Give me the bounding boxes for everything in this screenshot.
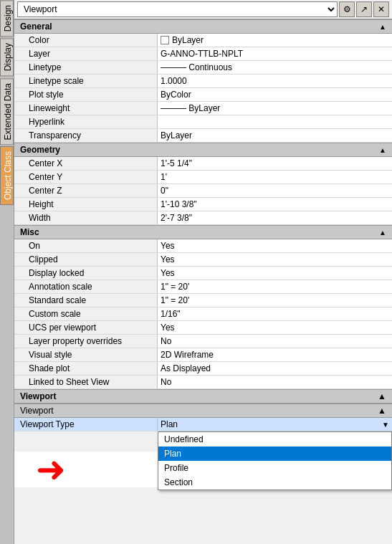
viewport-type-dropdown[interactable]: Undefined Plan Profile Section (158, 431, 392, 490)
properties-container: General ▲ Color ByLayer Layer G-ANNO-TTL… (14, 19, 392, 544)
linetype-label: Linetype (14, 61, 158, 74)
dropdown-item-profile[interactable]: Profile (158, 461, 391, 475)
viewport-type-dropdown-arrow[interactable]: ▼ (382, 421, 389, 429)
table-row: Center Z 0" (14, 184, 392, 198)
table-row: Display locked Yes (14, 267, 392, 280)
plot-style-value: ByColor (158, 88, 392, 101)
general-collapse-arrow[interactable]: ▲ (379, 23, 386, 31)
sidebar-item-display[interactable]: Display (0, 38, 14, 76)
viewport-section-header[interactable]: Viewport ▲ (14, 389, 392, 404)
viewport-collapse-arrow[interactable]: ▲ (378, 391, 386, 401)
viewport-type-container: Viewport Type Plan ▼ Undefined Plan Prof… (14, 418, 392, 431)
center-z-label: Center Z (14, 184, 158, 197)
table-row: Center Y 1' (14, 171, 392, 184)
visual-style-value: 2D Wireframe (158, 348, 392, 361)
side-tabs: Design Display Extended Data Object Clas… (0, 0, 14, 544)
shade-plot-label: Shade plot (14, 362, 158, 375)
table-row: Center X 1'-5 1/4" (14, 157, 392, 171)
color-label: Color (14, 34, 158, 47)
viewport-sub-header[interactable]: Viewport ▲ (14, 404, 392, 418)
main-panel: Viewport ⚙ ↗ ✕ General ▲ Color ByLayer L… (14, 0, 392, 544)
close-button[interactable]: ✕ (373, 1, 389, 17)
color-value: ByLayer (158, 34, 392, 47)
visual-style-label: Visual style (14, 348, 158, 361)
table-row: Linetype scale 1.0000 (14, 75, 392, 88)
linetype-scale-label: Linetype scale (14, 75, 158, 87)
display-locked-value: Yes (158, 267, 392, 280)
red-arrow-icon: ➜ (36, 452, 66, 487)
table-row: Standard scale 1" = 20' (14, 294, 392, 307)
dropdown-item-plan[interactable]: Plan (158, 447, 391, 461)
height-value: 1'-10 3/8" (158, 198, 392, 211)
layer-property-overrides-label: Layer property overrides (14, 335, 158, 348)
viewport-type-value[interactable]: Plan ▼ (158, 418, 392, 431)
sidebar-item-design[interactable]: Design (0, 0, 14, 37)
table-row: On Yes (14, 239, 392, 253)
linetype-scale-value: 1.0000 (158, 75, 392, 87)
annotation-scale-value: 1" = 20' (158, 280, 392, 293)
table-row: Layer G-ANNO-TTLB-NPLT (14, 47, 392, 61)
close-icon: ✕ (378, 4, 385, 14)
center-y-value: 1' (158, 171, 392, 183)
settings-icon: ⚙ (343, 4, 351, 14)
custom-scale-label: Custom scale (14, 307, 158, 320)
toggle-icon: ↗ (360, 4, 368, 14)
viewport-type-row[interactable]: Viewport Type Plan ▼ (14, 418, 392, 431)
transparency-label: Transparency (14, 129, 158, 142)
plot-style-label: Plot style (14, 88, 158, 101)
linked-to-sheet-view-value: No (158, 376, 392, 388)
clipped-label: Clipped (14, 253, 158, 266)
table-row: Height 1'-10 3/8" (14, 198, 392, 211)
table-row: Custom scale 1/16" (14, 307, 392, 321)
settings-button[interactable]: ⚙ (339, 1, 355, 17)
layer-label: Layer (14, 47, 158, 60)
table-row: Linked to Sheet View No (14, 376, 392, 389)
general-section-header[interactable]: General ▲ (14, 19, 392, 34)
annotation-scale-label: Annotation scale (14, 280, 158, 293)
table-row: Clipped Yes (14, 253, 392, 267)
viewport-selector[interactable]: Viewport (17, 1, 338, 17)
misc-collapse-arrow[interactable]: ▲ (379, 229, 386, 237)
standard-scale-value: 1" = 20' (158, 294, 392, 307)
dropdown-item-undefined[interactable]: Undefined (158, 432, 391, 447)
hyperlink-value (158, 115, 392, 128)
viewport-type-label: Viewport Type (14, 418, 158, 431)
center-x-label: Center X (14, 157, 158, 170)
table-row: UCS per viewport Yes (14, 321, 392, 335)
table-row: Transparency ByLayer (14, 129, 392, 143)
viewport-sub-collapse-arrow[interactable]: ▲ (378, 406, 386, 416)
table-row: Linetype ——— Continuous (14, 61, 392, 75)
table-row: Layer property overrides No (14, 335, 392, 348)
on-label: On (14, 239, 158, 252)
geometry-section-header[interactable]: Geometry ▲ (14, 143, 392, 157)
shade-plot-value: As Displayed (158, 362, 392, 375)
display-locked-label: Display locked (14, 267, 158, 280)
sidebar-item-extended-data[interactable]: Extended Data (0, 78, 14, 145)
center-z-value: 0" (158, 184, 392, 197)
custom-scale-value: 1/16" (158, 307, 392, 320)
top-bar: Viewport ⚙ ↗ ✕ (14, 0, 392, 19)
table-row: Hyperlink (14, 115, 392, 129)
geometry-collapse-arrow[interactable]: ▲ (379, 146, 386, 154)
table-row: Shade plot As Displayed (14, 362, 392, 376)
linked-to-sheet-view-label: Linked to Sheet View (14, 376, 158, 388)
toggle-button[interactable]: ↗ (356, 1, 372, 17)
misc-section-header[interactable]: Misc ▲ (14, 225, 392, 239)
dropdown-item-section[interactable]: Section (158, 475, 391, 490)
center-x-value: 1'-5 1/4" (158, 157, 392, 170)
table-row: Plot style ByColor (14, 88, 392, 102)
ucs-per-viewport-label: UCS per viewport (14, 321, 158, 334)
table-row: Color ByLayer (14, 34, 392, 47)
on-value: Yes (158, 239, 392, 252)
standard-scale-label: Standard scale (14, 294, 158, 307)
sidebar-item-object-class[interactable]: Object Class (0, 146, 14, 205)
height-label: Height (14, 198, 158, 211)
center-y-label: Center Y (14, 171, 158, 183)
width-label: Width (14, 211, 158, 224)
transparency-value: ByLayer (158, 129, 392, 142)
width-value: 2'-7 3/8" (158, 211, 392, 224)
hyperlink-label: Hyperlink (14, 115, 158, 128)
color-checkbox-icon (161, 36, 169, 44)
table-row: Lineweight ——— ByLayer (14, 102, 392, 115)
table-row: Visual style 2D Wireframe (14, 348, 392, 362)
